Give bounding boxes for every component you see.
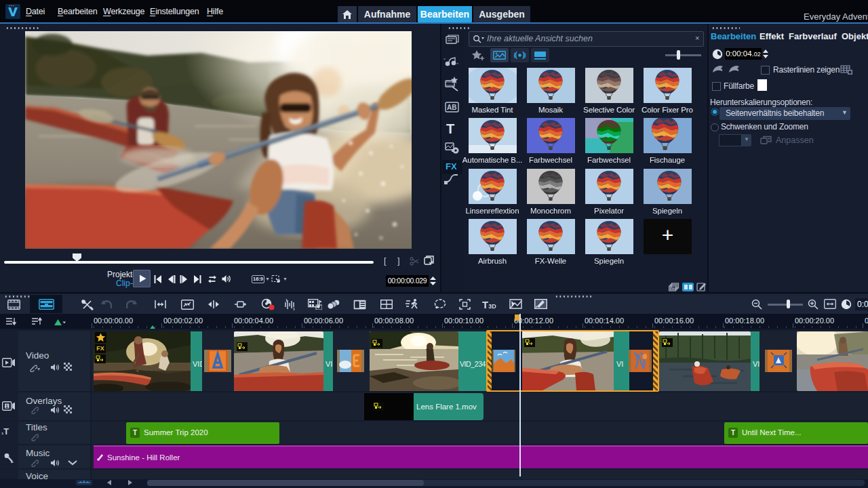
svg-text:”: ” (456, 62, 458, 67)
svg-text:1: 1 (5, 404, 8, 409)
svg-text:T: T (446, 121, 454, 136)
svg-text:AB: AB (447, 104, 456, 111)
svg-text:“: “ (443, 58, 446, 62)
